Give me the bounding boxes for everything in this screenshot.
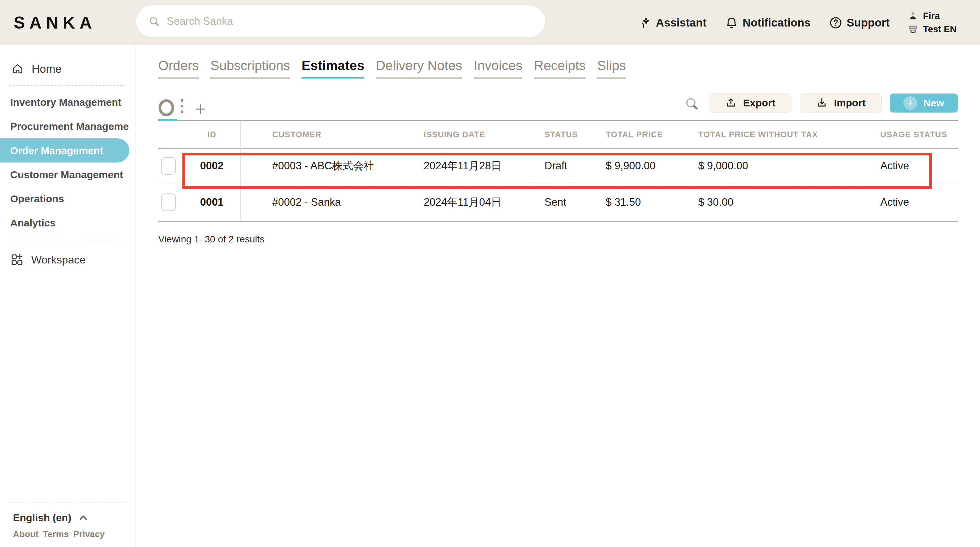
cell-usage-status: Active <box>873 160 958 172</box>
assistant-button[interactable]: Assistant <box>638 16 707 30</box>
table-row[interactable]: 0002 #0003 - ABC株式会社 2024年11月28日 Draft $… <box>158 149 958 183</box>
support-label: Support <box>846 16 889 29</box>
tab[interactable]: Delivery Notes <box>376 58 463 79</box>
cell-total-price-without-tax: $ 30.00 <box>698 196 873 208</box>
tab[interactable]: Receipts <box>534 58 585 79</box>
table-search-button[interactable] <box>684 96 699 111</box>
cell-status: Draft <box>544 160 606 172</box>
new-label: New <box>923 97 944 109</box>
chevron-up-icon <box>78 512 89 523</box>
language-selector[interactable]: English (en) <box>0 503 135 523</box>
table-row[interactable]: 0001 #0002 - Sanka 2024年11月04日 Sent $ 31… <box>158 183 958 222</box>
row-checkbox-cell <box>158 193 184 211</box>
column-header-customer: CUSTOMER <box>240 130 424 140</box>
sidebar-item[interactable]: Order Management <box>0 138 129 162</box>
column-header-total-price-without-tax: TOTAL PRICE WITHOUT TAX <box>698 130 873 140</box>
main-content: Orders Subscriptions Estimates Delivery … <box>136 45 980 547</box>
help-icon <box>829 16 843 30</box>
brand-logo: SANKA <box>14 0 96 45</box>
tab-label: Subscriptions <box>210 58 290 73</box>
sidebar-item-label: Analytics <box>10 217 56 229</box>
tab[interactable]: Subscriptions <box>210 58 290 79</box>
column-header-issuing-date: ISSUING DATE <box>424 130 544 140</box>
sidebar-item-label: Customer Management <box>10 169 123 181</box>
view-tab[interactable] <box>158 99 177 121</box>
tab-label: Receipts <box>534 58 585 73</box>
search-icon <box>148 16 160 27</box>
tab[interactable]: Invoices <box>474 58 522 79</box>
tab-label: Invoices <box>474 58 522 73</box>
footer-links: About Terms Privacy <box>0 523 135 539</box>
frozen-column-divider <box>240 121 240 220</box>
estimates-table: ID CUSTOMER ISSUING DATE STATUS TOTAL PR… <box>158 121 958 222</box>
workspace-label: Workspace <box>31 254 86 266</box>
sidebar-item-label: Operations <box>10 193 64 205</box>
language-label: English (en) <box>13 512 72 523</box>
footer-link[interactable]: About <box>13 529 38 539</box>
column-header-status: STATUS <box>544 130 606 140</box>
sidebar-item[interactable]: Operations <box>0 187 129 211</box>
column-header-usage-status: USAGE STATUS <box>873 130 958 140</box>
home-label: Home <box>32 63 62 76</box>
sidebar-item[interactable]: Procurement Management <box>0 114 129 138</box>
list-toolbar: Export Import + New <box>158 79 958 121</box>
tab-label: Estimates <box>301 58 364 73</box>
workspace-switcher[interactable]: Test EN <box>908 24 956 35</box>
cell-status: Sent <box>544 196 606 208</box>
sidebar-item[interactable]: Customer Management <box>0 162 129 187</box>
cell-total-price: $ 9,900.00 <box>606 160 698 172</box>
assistant-icon <box>638 16 652 30</box>
sidebar-item[interactable]: Inventory Management <box>0 90 129 114</box>
export-label: Export <box>743 97 775 109</box>
sidebar-item-label: Procurement Management <box>10 120 129 132</box>
sidebar-footer: English (en) About Terms Privacy <box>0 502 135 547</box>
cell-total-price: $ 31.50 <box>606 196 698 208</box>
footer-link[interactable]: Privacy <box>73 529 105 539</box>
tab[interactable]: Estimates <box>301 58 364 79</box>
row-checkbox-cell <box>158 157 184 175</box>
footer-link[interactable]: Terms <box>43 529 69 539</box>
tab[interactable]: Slips <box>597 58 626 79</box>
tab[interactable]: Orders <box>158 58 199 79</box>
export-button[interactable]: Export <box>709 94 791 113</box>
notifications-button[interactable]: Notifications <box>725 16 811 30</box>
table-body: 0002 #0003 - ABC株式会社 2024年11月28日 Draft $… <box>158 149 958 222</box>
tab-label: Orders <box>158 58 199 73</box>
user-profile[interactable]: Fira <box>908 11 956 21</box>
row-checkbox[interactable] <box>161 157 176 175</box>
bell-icon <box>725 16 738 30</box>
user-name: Fira <box>923 11 940 21</box>
sidebar-item-label: Order Management <box>10 145 103 156</box>
cell-total-price-without-tax: $ 9,000.00 <box>698 160 873 172</box>
add-view-button[interactable] <box>193 101 208 117</box>
global-search <box>136 5 545 37</box>
sidebar-item-workspace[interactable]: Workspace <box>0 248 135 272</box>
home-icon <box>11 63 24 76</box>
cell-issuing-date: 2024年11月28日 <box>424 159 544 173</box>
app-window: SANKA Assistant Notifications <box>0 0 980 547</box>
column-header-id: ID <box>184 130 240 140</box>
sidebar-menu: Inventory Management Procurement Managem… <box>0 90 135 235</box>
upload-icon <box>725 97 737 109</box>
topbar: SANKA Assistant Notifications <box>0 0 980 45</box>
plus-icon: + <box>904 96 917 110</box>
cell-customer: #0003 - ABC株式会社 <box>240 159 424 173</box>
topbar-nav: Assistant Notifications Support <box>638 0 956 45</box>
sidebar-item-home[interactable]: Home <box>0 57 135 81</box>
import-button[interactable]: Import <box>800 94 882 113</box>
view-options-button[interactable] <box>179 98 185 114</box>
module-tabs: Orders Subscriptions Estimates Delivery … <box>158 58 980 79</box>
column-header-total-price: TOTAL PRICE <box>606 130 698 140</box>
workspace-name: Test EN <box>923 24 956 35</box>
tab-label: Slips <box>597 58 626 73</box>
row-checkbox[interactable] <box>161 193 176 211</box>
support-button[interactable]: Support <box>829 16 889 30</box>
results-count: Viewing 1–30 of 2 results <box>158 234 980 245</box>
sidebar-divider <box>10 240 125 240</box>
search-input[interactable] <box>166 15 533 28</box>
workspace-grid-icon <box>10 253 24 266</box>
new-button[interactable]: + New <box>890 94 958 113</box>
sidebar-item[interactable]: Analytics <box>0 211 129 235</box>
cell-usage-status: Active <box>873 196 958 208</box>
view-circle-icon <box>159 99 174 116</box>
